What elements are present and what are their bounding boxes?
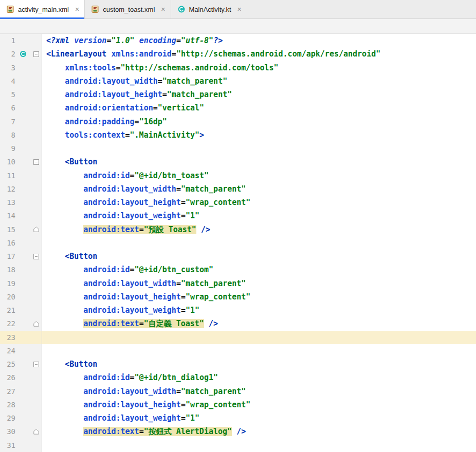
code-line[interactable]: <?xml version="1.0" encoding="utf-8"?> <box>42 34 476 47</box>
editor-line-14[interactable]: 14 android:layout_weight="1" <box>0 209 476 222</box>
fold-start-icon[interactable] <box>32 50 40 58</box>
editor-line-27[interactable]: 27 android:layout_width="match_parent" <box>0 385 476 398</box>
line-number[interactable]: 27 <box>0 385 15 398</box>
code-line[interactable] <box>42 344 476 357</box>
editor-line-15[interactable]: 15 android:text="預設 Toast" /> <box>0 223 476 236</box>
line-number[interactable]: 4 <box>0 74 15 88</box>
code-line[interactable]: android:layout_width="match_parent" <box>42 277 476 290</box>
code-line[interactable]: android:layout_width="match_parent" <box>42 182 476 196</box>
tab-custom-toast-xml[interactable]: custom_toast.xml × <box>85 0 171 18</box>
fold-end-icon[interactable] <box>32 427 40 436</box>
editor-line-3[interactable]: 3 xmlns:tools="http://schemas.android.co… <box>0 61 476 74</box>
editor-line-22[interactable]: 22 android:text="自定義 Toast" /> <box>0 317 476 330</box>
editor-line-9[interactable]: 9 <box>0 142 476 155</box>
code-line[interactable]: android:layout_weight="1" <box>42 304 476 317</box>
line-number[interactable]: 19 <box>0 277 15 290</box>
editor-line-17[interactable]: 17 <Button <box>0 250 476 263</box>
code-line[interactable]: android:text="自定義 Toast" /> <box>42 317 476 330</box>
editor-line-23[interactable]: 23 <box>0 331 476 344</box>
code-line[interactable]: android:id="@+id/btn_dialog1" <box>42 371 476 384</box>
line-number[interactable]: 24 <box>0 344 15 357</box>
code-line[interactable]: android:layout_height="wrap_content" <box>42 196 476 209</box>
code-line[interactable] <box>42 142 476 155</box>
code-line[interactable]: <Button <box>42 250 476 263</box>
tab-mainactivity-kt[interactable]: MainActivity.kt × <box>171 0 247 18</box>
editor-line-31[interactable]: 31 <box>0 439 476 452</box>
editor-line-8[interactable]: 8 tools:context=".MainActivity"> <box>0 128 476 142</box>
editor-line-2[interactable]: 2<LinearLayout xmlns:android="http://sch… <box>0 47 476 61</box>
code-line[interactable] <box>42 236 476 250</box>
editor-line-29[interactable]: 29 android:layout_weight="1" <box>0 411 476 425</box>
fold-end-icon[interactable] <box>32 225 40 234</box>
line-number[interactable]: 2 <box>0 47 15 61</box>
code-line[interactable] <box>42 331 476 344</box>
line-number[interactable]: 10 <box>0 155 15 168</box>
line-number[interactable]: 7 <box>0 115 15 128</box>
editor-line-13[interactable]: 13 android:layout_height="wrap_content" <box>0 196 476 209</box>
editor-line-6[interactable]: 6 android:orientation="vertical" <box>0 101 476 115</box>
editor-line-16[interactable]: 16 <box>0 236 476 250</box>
line-number[interactable]: 11 <box>0 169 15 182</box>
code-line[interactable]: android:layout_width="match_parent" <box>42 385 476 398</box>
line-number[interactable]: 20 <box>0 290 15 304</box>
code-line[interactable]: android:layout_weight="1" <box>42 209 476 222</box>
editor-line-7[interactable]: 7 android:padding="16dp" <box>0 115 476 128</box>
tab-close-icon[interactable]: × <box>237 6 242 13</box>
code-line[interactable]: <Button <box>42 155 476 168</box>
line-number[interactable]: 15 <box>0 223 15 236</box>
code-line[interactable]: tools:context=".MainActivity"> <box>42 128 476 142</box>
line-number[interactable]: 31 <box>0 439 15 452</box>
line-number[interactable]: 18 <box>0 263 15 276</box>
code-line[interactable]: android:padding="16dp" <box>42 115 476 128</box>
line-number[interactable]: 5 <box>0 88 15 101</box>
code-line[interactable]: xmlns:tools="http://schemas.android.com/… <box>42 61 476 74</box>
code-line[interactable]: android:text="預設 Toast" /> <box>42 223 476 236</box>
line-number[interactable]: 23 <box>0 331 15 344</box>
line-number[interactable]: 21 <box>0 304 15 317</box>
line-number[interactable]: 6 <box>0 101 15 115</box>
line-number[interactable]: 13 <box>0 196 15 209</box>
editor-line-26[interactable]: 26 android:id="@+id/btn_dialog1" <box>0 371 476 384</box>
line-number[interactable]: 1 <box>0 34 15 47</box>
line-number[interactable]: 14 <box>0 209 15 222</box>
editor-line-4[interactable]: 4 android:layout_width="match_parent" <box>0 74 476 88</box>
editor-line-5[interactable]: 5 android:layout_height="match_parent" <box>0 88 476 101</box>
line-number[interactable]: 26 <box>0 371 15 384</box>
fold-start-icon[interactable] <box>32 360 40 368</box>
code-line[interactable]: android:orientation="vertical" <box>42 101 476 115</box>
tab-close-icon[interactable]: × <box>161 6 165 13</box>
code-line[interactable]: android:id="@+id/btn_toast" <box>42 169 476 182</box>
line-number[interactable]: 17 <box>0 250 15 263</box>
editor-line-30[interactable]: 30 android:text="按鈕式 AlertDialog" /> <box>0 425 476 438</box>
fold-end-icon[interactable] <box>32 319 40 328</box>
code-line[interactable]: android:layout_height="wrap_content" <box>42 290 476 304</box>
editor-line-11[interactable]: 11 android:id="@+id/btn_toast" <box>0 169 476 182</box>
editor-line-25[interactable]: 25 <Button <box>0 357 476 371</box>
code-line[interactable]: <LinearLayout xmlns:android="http://sche… <box>42 47 476 61</box>
line-number[interactable]: 8 <box>0 128 15 142</box>
code-line[interactable]: android:layout_height="match_parent" <box>42 88 476 101</box>
editor-line-21[interactable]: 21 android:layout_weight="1" <box>0 304 476 317</box>
line-number[interactable]: 22 <box>0 317 15 330</box>
fold-start-icon[interactable] <box>32 252 40 260</box>
tab-close-icon[interactable]: × <box>75 6 79 13</box>
editor[interactable]: 1<?xml version="1.0" encoding="utf-8"?>2… <box>0 34 476 452</box>
fold-start-icon[interactable] <box>32 158 40 166</box>
editor-line-19[interactable]: 19 android:layout_width="match_parent" <box>0 277 476 290</box>
code-line[interactable] <box>42 439 476 452</box>
code-line[interactable]: android:text="按鈕式 AlertDialog" /> <box>42 425 476 438</box>
line-number[interactable]: 30 <box>0 425 15 438</box>
line-number[interactable]: 9 <box>0 142 15 155</box>
related-class-icon[interactable] <box>19 50 27 58</box>
code-line[interactable]: android:id="@+id/btn_custom" <box>42 263 476 276</box>
editor-line-18[interactable]: 18 android:id="@+id/btn_custom" <box>0 263 476 276</box>
editor-line-10[interactable]: 10 <Button <box>0 155 476 168</box>
editor-line-24[interactable]: 24 <box>0 344 476 357</box>
editor-line-1[interactable]: 1<?xml version="1.0" encoding="utf-8"?> <box>0 34 476 47</box>
code-line[interactable]: android:layout_height="wrap_content" <box>42 398 476 411</box>
line-number[interactable]: 25 <box>0 357 15 371</box>
line-number[interactable]: 16 <box>0 236 15 250</box>
tab-activity-main-xml[interactable]: activity_main.xml × <box>0 0 85 18</box>
code-line[interactable]: android:layout_weight="1" <box>42 411 476 425</box>
line-number[interactable]: 3 <box>0 61 15 74</box>
